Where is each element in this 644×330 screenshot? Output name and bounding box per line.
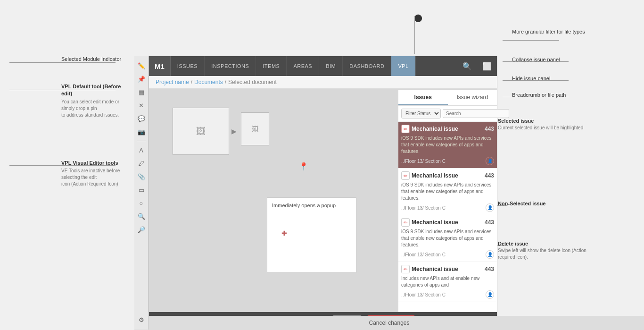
canvas-area-pin: 📍 <box>299 162 308 171</box>
issue-footer-1: ../Floor 13/ Section C 👤 <box>401 157 494 165</box>
issue-number-1: 443 <box>485 126 494 132</box>
issue-footer-4: ../Floor 13/ Section C 👤 <box>401 290 494 299</box>
issue-desc-2: iOS 9 SDK includes new APIs and services… <box>401 182 494 202</box>
text-tool[interactable]: A <box>135 144 148 156</box>
issue-desc-3: iOS 9 SDK includes new APIs and services… <box>401 228 494 248</box>
issue-location-1: ../Floor 13/ Section C <box>401 159 446 164</box>
annotation-line-visual <box>9 165 116 166</box>
filter-status-select[interactable]: Filter Status <box>401 109 441 118</box>
annotation-line-breadcrumb <box>503 97 569 97</box>
breadcrumb-bar: Project name / Documents / Selected docu… <box>149 76 497 89</box>
annotation-line-module <box>9 62 116 63</box>
zoom-out-tool[interactable]: 🔎 <box>135 223 148 236</box>
issue-number-4: 443 <box>485 266 494 272</box>
file-type-pin: ⬤ <box>414 13 422 22</box>
issue-location-2: ../Floor 13/ Section C <box>401 205 446 211</box>
attach-tool[interactable]: 📎 <box>135 170 148 183</box>
issue-footer-2: ../Floor 13/ Section C 👤 <box>401 203 494 212</box>
breadcrumb-sep2: / <box>225 79 226 85</box>
delete-issue-annotation: Delete issue Swipe left will show the de… <box>498 241 592 261</box>
divider <box>137 141 146 141</box>
issue-item-4-header: ✏ Mechanical issue 443 <box>401 265 494 273</box>
issue-panel: Issues Issue wizard Filter Status ✏ Mech… <box>398 90 497 329</box>
pen-tool[interactable]: 🖊 <box>135 157 148 169</box>
issue-tabs: Issues Issue wizard <box>398 90 497 106</box>
canvas-popup[interactable]: Immediately opens a popup <box>267 197 356 273</box>
issue-item-3[interactable]: ✏ Mechanical issue 443 iOS 9 SDK include… <box>398 215 497 262</box>
issue-item-1-header: ✏ Mechanical issue 443 <box>401 125 494 133</box>
zoom-in-tool[interactable]: 🔍 <box>135 210 148 222</box>
issue-icon-3: ✏ <box>401 218 410 227</box>
canvas-popup-text: Immediately opens a popup <box>272 203 351 208</box>
vpl-default-tool-annotation: VPL Default tool (Before edit) You can s… <box>61 83 132 118</box>
issue-avatar-3: 👤 <box>486 250 494 259</box>
tab-inspections[interactable]: INSPECTIONS <box>205 56 256 76</box>
cancel-changes-bar[interactable]: Cancel changes <box>134 316 644 330</box>
file-filter-annotation: More granular filter for file types <box>512 28 597 35</box>
issue-filter-row: Filter Status <box>398 106 497 122</box>
issue-item-4[interactable]: ✏ Mechanical issue 443 Includes new APIs… <box>398 262 497 302</box>
camera-tool[interactable]: 📷 <box>135 126 148 138</box>
tab-issue-wizard[interactable]: Issue wizard <box>448 90 497 105</box>
annotation-line-filter <box>503 40 559 41</box>
tool-sidebar: ✏️ 📌 ▦ ✕ 💬 📷 A 🖊 📎 ▭ ○ 🔍 🔎 ⚙ <box>134 56 149 330</box>
image-placeholder-icon-2: 🖼 <box>252 125 258 133</box>
tab-bim[interactable]: BIM <box>319 56 343 76</box>
issue-number-2: 443 <box>485 172 494 179</box>
vpl-visual-editor-annotation: VPL Visual Editor tools VE Tools are ina… <box>61 160 132 187</box>
issue-list: ✏ Mechanical issue 443 iOS 9 SDK include… <box>398 122 497 329</box>
selected-issue-annotation: Selected issue Current selected issue wi… <box>498 118 592 131</box>
crosshair-tool[interactable]: ✕ <box>135 99 148 111</box>
tab-areas[interactable]: AREAS <box>287 56 319 76</box>
issue-item-1[interactable]: ✏ Mechanical issue 443 iOS 9 SDK include… <box>398 122 497 169</box>
breadcrumb-current: Selected document <box>228 79 277 85</box>
breadcrumb-sep1: / <box>191 79 192 85</box>
canvas-arrow: ▶ <box>231 127 237 135</box>
cursor-tool[interactable]: ✏️ <box>135 59 148 72</box>
issue-avatar-1: 👤 <box>486 157 494 165</box>
pin-tool[interactable]: 📌 <box>135 73 148 85</box>
issue-number-3: 443 <box>485 219 494 226</box>
tab-vpl[interactable]: VPL <box>391 56 415 76</box>
rect-tool[interactable]: ▭ <box>135 184 148 196</box>
grid-tool[interactable]: ▦ <box>135 86 148 98</box>
issue-location-3: ../Floor 13/ Section C <box>401 252 446 257</box>
circle-tool[interactable]: ○ <box>135 197 148 209</box>
module-label: M1 <box>149 56 171 76</box>
panel-toggle-button[interactable]: ⬜ <box>477 56 497 76</box>
main-app: M1 ISSUES INSPECTIONS ITEMS AREAS BIM DA… <box>149 56 497 330</box>
tab-dashboard[interactable]: DASHBOARD <box>343 56 391 76</box>
nav-bar: M1 ISSUES INSPECTIONS ITEMS AREAS BIM DA… <box>149 56 497 76</box>
non-selected-annotation: Non-Selected issue <box>498 201 592 206</box>
canvas-image-2: 🖼 <box>241 112 269 145</box>
annotation-line-vertical-filter <box>414 16 415 54</box>
settings-tool[interactable]: ⚙ <box>135 313 148 326</box>
cancel-changes-text: Cancel changes <box>369 320 409 326</box>
tab-issues[interactable]: ISSUES <box>171 56 205 76</box>
content-area: Search issues within the document Edit (… <box>149 89 497 328</box>
annotation-line-vpl <box>9 90 116 90</box>
issue-item-2[interactable]: ✏ Mechanical issue 443 iOS 9 SDK include… <box>398 169 497 215</box>
issue-title-1: Mechanical issue <box>412 126 483 132</box>
breadcrumb-project[interactable]: Project name <box>156 79 189 85</box>
annotation-line-collapse <box>503 61 569 62</box>
issue-search-input[interactable] <box>443 109 509 118</box>
tab-items[interactable]: ITEMS <box>256 56 287 76</box>
issue-icon-4: ✏ <box>401 265 410 273</box>
issue-item-2-header: ✏ Mechanical issue 443 <box>401 171 494 180</box>
issue-avatar-4: 👤 <box>486 290 494 299</box>
vpl-visual-desc: VE Tools are inactive before selecting t… <box>61 168 132 187</box>
search-nav-button[interactable]: 🔍 <box>457 56 477 76</box>
issue-item-3-header: ✏ Mechanical issue 443 <box>401 218 494 227</box>
issue-desc-4: Includes new APIs and at enable new cate… <box>401 275 494 288</box>
issue-footer-3: ../Floor 13/ Section C 👤 <box>401 250 494 259</box>
vpl-default-desc: You can select edit mode or simply drop … <box>61 99 132 118</box>
issue-desc-1: iOS 9 SDK includes new APIs and services… <box>401 135 494 155</box>
canvas-image-1: 🖼 <box>173 108 229 155</box>
comment-tool[interactable]: 💬 <box>135 112 148 125</box>
breadcrumb-documents[interactable]: Documents <box>194 79 223 85</box>
tab-issues-panel[interactable]: Issues <box>398 90 448 105</box>
issue-location-4: ../Floor 13/ Section C <box>401 292 446 297</box>
annotation-line-hide <box>503 80 569 81</box>
issue-icon-1: ✏ <box>401 125 410 133</box>
